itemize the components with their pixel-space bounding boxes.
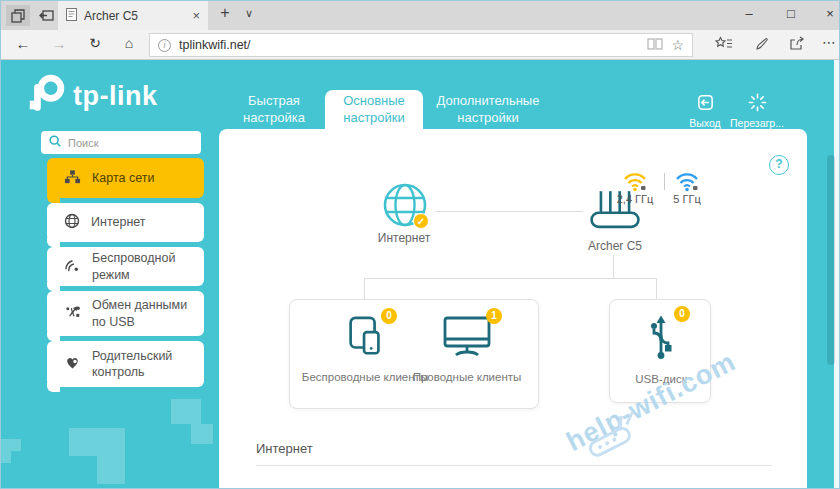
search-icon — [48, 134, 62, 152]
usb-icon — [64, 304, 81, 323]
sidebar-item-parental-control[interactable]: Родительский контроль — [47, 341, 204, 387]
scrollbar-thumb[interactable] — [827, 155, 835, 365]
tab-previews-icon[interactable] — [6, 5, 30, 26]
sidebar-item-label: Беспроводной режим — [92, 250, 204, 283]
wired-clients-node[interactable]: 1 Проводные клиенты — [397, 313, 537, 385]
deco-shape — [69, 428, 125, 456]
logout-label: Выход — [689, 117, 720, 129]
sidebar-item-internet[interactable]: Интернет — [47, 203, 204, 242]
tab-favicon-icon — [66, 7, 77, 25]
reboot-button[interactable]: Перезагр... — [729, 93, 785, 129]
band-24ghz-label: 2,4 ГГц — [611, 193, 659, 205]
wired-clients-icon — [441, 345, 493, 362]
tab-basic-settings[interactable]: Основные настройки — [325, 90, 423, 129]
internet-section-title: Интернет — [256, 441, 313, 456]
map-line — [656, 278, 657, 300]
browser-tab[interactable]: Archer C5 × — [58, 1, 208, 30]
wireless-clients-count-badge: 0 — [381, 308, 397, 324]
network-map-panel: ? ✓ Интернет Archer C5 2,4 ГГц — [219, 129, 807, 488]
reboot-label: Перезагр... — [730, 117, 784, 129]
tab-close-icon[interactable]: × — [192, 8, 200, 23]
band-5ghz-label: 5 ГГц — [667, 193, 707, 205]
forward-button[interactable]: → — [47, 35, 71, 52]
tab-quick-setup[interactable]: Быстрая настройка — [225, 90, 323, 129]
clients-card: 0 Беспроводные клиенты 1 Проводные клиен… — [289, 299, 539, 409]
deco-shape — [171, 399, 201, 424]
sidebar-item-label: Интернет — [91, 214, 152, 230]
tab-advanced-settings[interactable]: Дополнительные настройки — [425, 90, 551, 129]
map-line — [364, 278, 657, 279]
sidebar-item-label: Родительский контроль — [92, 348, 204, 381]
settings-more-icon[interactable]: ⋯ — [816, 34, 840, 50]
minimize-button[interactable]: – — [734, 6, 764, 21]
tab-list-chevron-icon[interactable]: ∨ — [239, 7, 259, 20]
deco-shape — [1, 451, 11, 463]
sidebar-item-wireless[interactable]: Беспроводной режим — [47, 247, 204, 286]
site-info-icon[interactable]: i — [158, 39, 171, 52]
browser-tab-bar: Archer C5 × + ∨ – □ × — [1, 1, 839, 30]
section-divider — [256, 465, 772, 466]
internet-status-check-icon: ✓ — [413, 213, 429, 229]
tplink-logo-text: tp-link — [73, 81, 158, 112]
router-admin-page: tp-link Быстрая настройка Основные настр… — [1, 60, 839, 488]
home-button[interactable]: ⌂ — [117, 35, 141, 51]
browser-address-bar: ← → ↻ ⌂ i tplinkwifi.net/ ☆ ⋯ — [1, 30, 839, 60]
wired-clients-count-badge: 1 — [486, 308, 502, 324]
tab-title: Archer C5 — [84, 9, 185, 23]
network-map-icon — [64, 169, 81, 188]
wireless-clients-icon — [342, 345, 388, 362]
sidebar-item-label: Карта сети — [92, 170, 160, 186]
deco-shape — [191, 424, 213, 444]
tplink-logo: tp-link — [25, 72, 158, 120]
usb-disk-icon — [641, 347, 681, 364]
search-input[interactable] — [68, 137, 178, 149]
wifi-5ghz-icon[interactable] — [675, 171, 699, 193]
browser-window: Archer C5 × + ∨ – □ × ← → ↻ ⌂ i tplinkwi… — [0, 0, 840, 489]
wired-clients-label: Проводные клиенты — [413, 370, 522, 385]
url-field[interactable]: i tplinkwifi.net/ ☆ — [149, 33, 693, 57]
logout-button[interactable]: Выход — [677, 93, 733, 129]
tplink-logo-icon — [25, 72, 69, 120]
web-note-pen-icon[interactable] — [749, 36, 775, 55]
usb-disk-count-badge: 0 — [674, 306, 690, 322]
url-text[interactable]: tplinkwifi.net/ — [179, 38, 639, 52]
wifi-icon — [64, 258, 81, 276]
close-button[interactable]: × — [815, 6, 840, 21]
sidebar-item-usb-sharing[interactable]: Обмен данными по USB — [47, 291, 204, 336]
set-tabs-aside-icon[interactable] — [34, 5, 58, 26]
logout-icon — [696, 93, 715, 114]
map-line — [613, 255, 614, 279]
reading-view-icon[interactable] — [647, 36, 663, 54]
new-tab-button[interactable]: + — [214, 4, 236, 22]
globe-icon — [64, 213, 80, 232]
maximize-button[interactable]: □ — [776, 6, 806, 21]
map-line — [435, 211, 583, 212]
reboot-icon — [748, 93, 767, 114]
add-favorite-star-icon[interactable]: ☆ — [671, 37, 684, 53]
sidebar-search[interactable] — [41, 131, 201, 154]
help-icon[interactable]: ? — [769, 155, 789, 175]
favorites-hub-icon[interactable] — [711, 36, 737, 55]
internet-node-label: Интернет — [359, 231, 449, 245]
map-line — [364, 278, 365, 300]
wifi-24ghz-icon[interactable] — [623, 171, 647, 193]
sidebar-item-network-map[interactable]: Карта сети — [47, 158, 204, 198]
share-icon[interactable] — [784, 36, 810, 55]
refresh-button[interactable]: ↻ — [83, 35, 107, 51]
back-button[interactable]: ← — [11, 35, 35, 52]
band-separator — [664, 173, 665, 190]
deco-shape — [97, 456, 125, 484]
router-node-label: Archer C5 — [570, 239, 660, 253]
deco-shape — [1, 439, 21, 451]
parental-control-icon — [64, 355, 81, 373]
settings-nav-tabs: Быстрая настройка Основные настройки Доп… — [225, 90, 551, 129]
sidebar-item-label: Обмен данными по USB — [92, 297, 204, 330]
